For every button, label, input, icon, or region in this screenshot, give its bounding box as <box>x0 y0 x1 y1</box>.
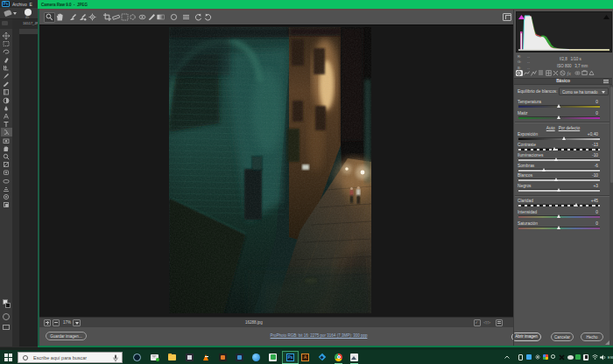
svg-text:fx: fx <box>567 71 572 76</box>
